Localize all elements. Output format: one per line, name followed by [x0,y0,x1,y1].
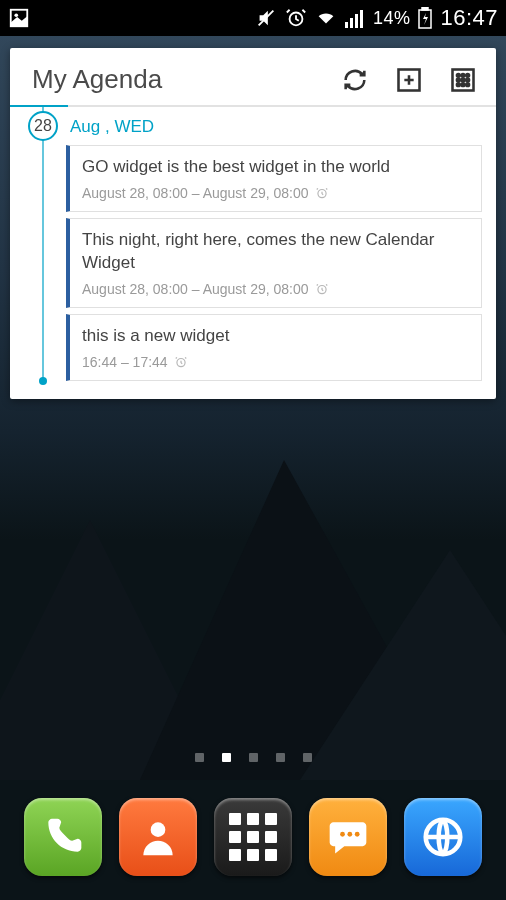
event-title: this is a new widget [82,325,469,348]
agenda-widget[interactable]: My Agenda 28 Aug , WED GO widget is the … [10,48,496,399]
svg-point-24 [151,822,166,837]
contacts-app[interactable] [119,798,197,876]
svg-rect-5 [350,18,353,28]
svg-point-27 [355,832,360,837]
widget-header: My Agenda [10,48,496,105]
svg-point-25 [340,832,345,837]
agenda-event[interactable]: This night, right here, comes the new Ca… [66,218,482,308]
messages-app[interactable] [309,798,387,876]
timeline-line [42,107,44,381]
page-dot[interactable] [276,753,285,762]
app-grid-icon [229,813,277,861]
agenda-event[interactable]: this is a new widget 16:44 – 17:44 [66,314,482,381]
svg-point-16 [462,78,465,81]
status-clock: 16:47 [440,5,498,31]
svg-rect-4 [345,22,348,28]
svg-rect-7 [360,10,363,28]
home-page-indicator [0,753,506,762]
alarm-small-icon [174,355,188,369]
globe-icon [420,814,466,860]
svg-point-15 [457,78,460,81]
event-time: August 28, 08:00 – August 29, 08:00 [82,185,469,201]
event-time: 16:44 – 17:44 [82,354,469,370]
battery-charging-icon [418,7,432,29]
svg-point-18 [457,83,460,86]
wallpaper-mountains [0,440,506,780]
alarm-small-icon [315,186,329,200]
phone-icon [41,815,85,859]
agenda-timeline: 28 Aug , WED GO widget is the best widge… [10,107,496,381]
plus-square-icon [395,66,423,94]
event-title: This night, right here, comes the new Ca… [82,229,469,275]
svg-point-19 [462,83,465,86]
wifi-icon [315,7,337,29]
refresh-icon [341,66,369,94]
calendar-grid-button[interactable] [448,65,478,95]
status-bar: 14% 16:47 [0,0,506,36]
svg-point-26 [347,832,352,837]
refresh-button[interactable] [340,65,370,95]
browser-app[interactable] [404,798,482,876]
page-dot[interactable] [249,753,258,762]
signal-icon [345,8,365,28]
svg-point-13 [462,73,465,76]
date-label: Aug , WED [70,117,482,137]
agenda-event[interactable]: GO widget is the best widget in the worl… [66,145,482,212]
event-time: August 28, 08:00 – August 29, 08:00 [82,281,469,297]
alarm-small-icon [315,282,329,296]
person-icon [136,815,180,859]
mute-icon [255,7,277,29]
page-dot[interactable] [195,753,204,762]
grid-icon [449,66,477,94]
svg-point-14 [466,73,469,76]
svg-point-17 [466,78,469,81]
chat-icon [326,815,370,859]
dock [0,774,506,900]
app-drawer[interactable] [214,798,292,876]
widget-title: My Agenda [32,64,162,95]
date-badge: 28 [28,111,58,141]
event-title: GO widget is the best widget in the worl… [82,156,469,179]
svg-point-1 [14,13,18,17]
page-dot[interactable] [303,753,312,762]
alarm-icon [285,7,307,29]
add-event-button[interactable] [394,65,424,95]
phone-app[interactable] [24,798,102,876]
battery-percent: 14% [373,8,411,29]
svg-point-12 [457,73,460,76]
svg-rect-6 [355,14,358,28]
notification-picture-icon [8,7,30,29]
timeline-endcap [39,377,47,385]
page-dot[interactable] [222,753,231,762]
svg-point-20 [466,83,469,86]
svg-rect-9 [422,7,428,10]
